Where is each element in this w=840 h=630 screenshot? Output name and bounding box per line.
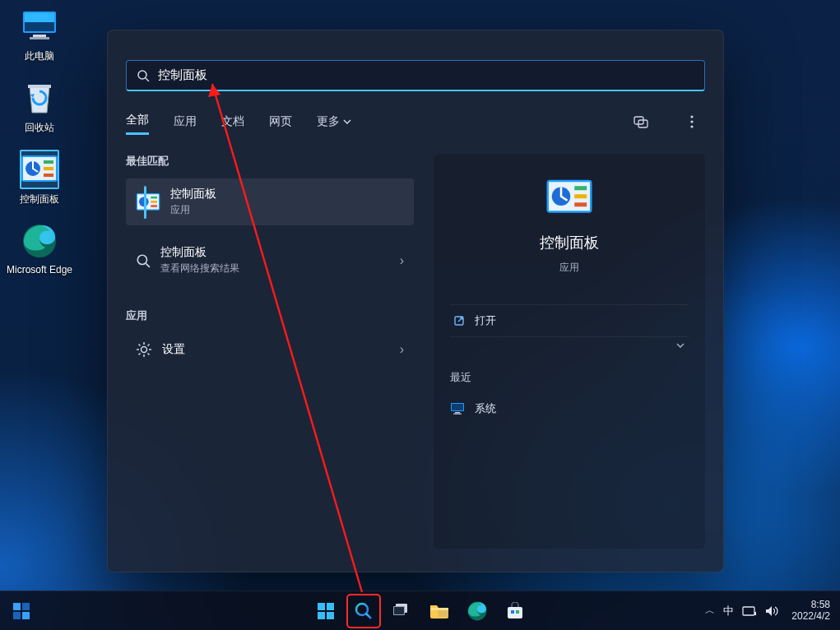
search-tabs: 全部 应用 文档 网页 更多 bbox=[126, 108, 705, 135]
result-subtitle: 应用 bbox=[170, 203, 404, 217]
taskbar-edge-button[interactable] bbox=[461, 595, 494, 628]
tray-ime[interactable]: 中 bbox=[723, 604, 734, 618]
svg-rect-40 bbox=[22, 603, 30, 610]
taskbar-start-button[interactable] bbox=[309, 595, 342, 628]
folder-icon bbox=[429, 603, 449, 619]
svg-rect-41 bbox=[13, 612, 21, 619]
svg-line-26 bbox=[146, 263, 150, 267]
desktop-icon-recycle-bin[interactable]: 回收站 bbox=[5, 78, 74, 135]
detail-expand[interactable] bbox=[450, 336, 689, 354]
control-panel-icon bbox=[545, 177, 593, 218]
tab-more[interactable]: 更多 bbox=[317, 109, 351, 134]
widgets-icon bbox=[12, 602, 30, 620]
detail-title: 控制面板 bbox=[540, 233, 599, 252]
tab-docs[interactable]: 文档 bbox=[221, 109, 244, 134]
svg-rect-22 bbox=[151, 196, 157, 198]
svg-rect-44 bbox=[327, 603, 334, 610]
chevron-right-icon: › bbox=[400, 342, 404, 357]
tray-chevron-up-icon[interactable]: ︿ bbox=[705, 604, 715, 618]
pc-icon bbox=[20, 7, 59, 46]
desktop-icons: 此电脑 回收站 控制面板 Microsoft Edge bbox=[0, 0, 99, 290]
result-title: 控制面板 bbox=[170, 187, 404, 202]
search-input[interactable] bbox=[158, 68, 694, 82]
tab-more-label: 更多 bbox=[317, 114, 340, 129]
open-icon bbox=[453, 315, 465, 327]
svg-rect-4 bbox=[30, 37, 49, 39]
svg-rect-32 bbox=[574, 194, 587, 198]
svg-rect-43 bbox=[318, 603, 325, 610]
tab-web[interactable]: 网页 bbox=[269, 109, 292, 134]
svg-rect-51 bbox=[394, 607, 404, 614]
svg-rect-59 bbox=[754, 612, 756, 615]
best-match-header: 最佳匹配 bbox=[126, 154, 414, 169]
desktop-icon-edge[interactable]: Microsoft Edge bbox=[5, 221, 74, 276]
chevron-down-icon bbox=[675, 340, 685, 350]
svg-point-27 bbox=[142, 347, 147, 353]
tab-apps[interactable]: 应用 bbox=[174, 109, 197, 134]
svg-rect-10 bbox=[44, 174, 53, 177]
taskbar-explorer-button[interactable] bbox=[423, 595, 456, 628]
svg-rect-53 bbox=[438, 610, 448, 617]
svg-rect-37 bbox=[455, 412, 460, 414]
svg-rect-46 bbox=[327, 612, 334, 619]
tray-network-icon[interactable] bbox=[742, 605, 757, 617]
taskbar-clock[interactable]: 8:58 2022/4/2 bbox=[787, 600, 835, 623]
detail-open-label: 打开 bbox=[475, 313, 496, 328]
svg-rect-39 bbox=[13, 603, 21, 610]
svg-rect-2 bbox=[25, 13, 54, 22]
control-panel-icon bbox=[20, 150, 59, 189]
search-icon bbox=[354, 601, 374, 621]
result-title: 控制面板 bbox=[160, 245, 390, 260]
desktop-icon-this-pc[interactable]: 此电脑 bbox=[5, 7, 74, 63]
taskbar-store-button[interactable] bbox=[499, 595, 531, 628]
start-search-panel: 全部 应用 文档 网页 更多 最佳匹配 控制面板 应用 控制面板 bbox=[107, 30, 724, 572]
monitor-icon bbox=[450, 402, 465, 415]
svg-rect-42 bbox=[22, 612, 30, 619]
svg-point-18 bbox=[690, 125, 693, 127]
tray-volume-icon[interactable] bbox=[765, 605, 778, 617]
feedback-icon bbox=[633, 114, 648, 129]
svg-rect-56 bbox=[511, 610, 514, 614]
search-results: 最佳匹配 控制面板 应用 控制面板 查看网络搜索结果 › 应用 设置 › bbox=[126, 154, 414, 366]
clock-date: 2022/4/2 bbox=[791, 611, 830, 623]
taskbar-widgets-button[interactable] bbox=[5, 595, 38, 628]
svg-line-48 bbox=[366, 614, 371, 618]
task-view-icon bbox=[392, 603, 411, 619]
recent-item-system[interactable]: 系统 bbox=[450, 393, 689, 424]
taskbar: ︿ 中 8:58 2022/4/2 bbox=[0, 591, 840, 630]
taskbar-task-view-button[interactable] bbox=[385, 595, 418, 628]
search-icon bbox=[136, 253, 151, 268]
result-web-search[interactable]: 控制面板 查看网络搜索结果 › bbox=[126, 237, 414, 284]
feedback-button[interactable] bbox=[628, 109, 654, 135]
result-subtitle: 查看网络搜索结果 bbox=[160, 262, 390, 276]
svg-point-21 bbox=[139, 197, 149, 206]
desktop-icon-label: Microsoft Edge bbox=[7, 264, 72, 276]
svg-rect-24 bbox=[151, 205, 157, 207]
tab-all[interactable]: 全部 bbox=[126, 108, 149, 135]
desktop-icon-label: 此电脑 bbox=[25, 49, 54, 63]
search-box[interactable] bbox=[126, 60, 705, 91]
svg-rect-31 bbox=[574, 186, 587, 190]
options-button[interactable] bbox=[679, 109, 705, 135]
desktop-icon-label: 回收站 bbox=[25, 121, 54, 135]
store-icon bbox=[506, 602, 524, 620]
detail-open[interactable]: 打开 bbox=[450, 304, 689, 336]
desktop-icon-label: 控制面板 bbox=[20, 192, 59, 206]
result-title: 设置 bbox=[162, 342, 390, 357]
chevron-right-icon: › bbox=[400, 253, 404, 268]
clock-time: 8:58 bbox=[811, 600, 830, 611]
apps-header: 应用 bbox=[126, 308, 414, 323]
detail-subtitle: 应用 bbox=[559, 261, 579, 275]
taskbar-search-button[interactable] bbox=[347, 595, 380, 628]
search-icon bbox=[137, 69, 150, 82]
svg-rect-3 bbox=[33, 35, 46, 37]
desktop-icon-control-panel[interactable]: 控制面板 bbox=[5, 150, 74, 206]
result-best-match[interactable]: 控制面板 应用 bbox=[126, 178, 414, 225]
svg-line-13 bbox=[146, 78, 149, 81]
more-icon bbox=[690, 115, 694, 128]
svg-rect-45 bbox=[318, 612, 325, 619]
svg-rect-36 bbox=[452, 404, 463, 410]
edge-icon bbox=[20, 221, 59, 261]
result-detail-pane: 控制面板 应用 打开 最近 系统 bbox=[434, 154, 705, 549]
result-settings[interactable]: 设置 › bbox=[126, 333, 414, 366]
